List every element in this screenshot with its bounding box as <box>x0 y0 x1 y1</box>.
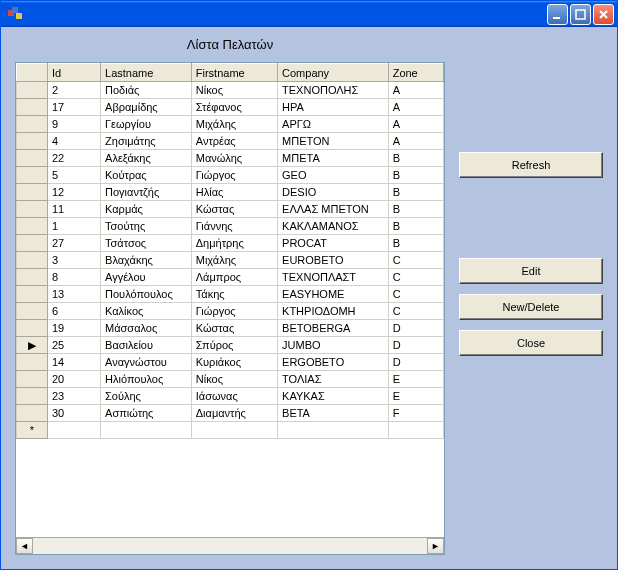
cell-lastname[interactable]: Αβραμίδης <box>101 99 192 116</box>
cell-zone[interactable]: C <box>388 286 443 303</box>
row-selector[interactable] <box>17 184 48 201</box>
table-row[interactable]: 12ΠογιαντζήςΗλίαςDESIOB <box>17 184 444 201</box>
cell-zone[interactable]: A <box>388 116 443 133</box>
table-row[interactable]: 23ΣούληςΙάσωναςΚΑΥΚΑΣE <box>17 388 444 405</box>
row-selector[interactable] <box>17 320 48 337</box>
cell-lastname[interactable]: Αναγνώστου <box>101 354 192 371</box>
cell-id[interactable]: 4 <box>47 133 100 150</box>
cell-zone[interactable]: A <box>388 133 443 150</box>
cell-firstname[interactable]: Νίκος <box>191 371 277 388</box>
cell-firstname[interactable]: Γιώργος <box>191 167 277 184</box>
cell-company[interactable]: ΤΕΧΝΟΠΛΑΣΤ <box>278 269 389 286</box>
cell-id[interactable]: 30 <box>47 405 100 422</box>
cell-firstname[interactable]: Κώστας <box>191 320 277 337</box>
cell-id[interactable]: 13 <box>47 286 100 303</box>
new-row[interactable]: * <box>17 422 444 439</box>
cell-lastname[interactable]: Αγγέλου <box>101 269 192 286</box>
cell-company[interactable]: ΜΠΕΤΑ <box>278 150 389 167</box>
cell-firstname[interactable]: Σπύρος <box>191 337 277 354</box>
titlebar[interactable] <box>1 1 617 27</box>
table-row[interactable]: 20ΗλιόπουλοςΝίκοςΤΟΛΙΑΣE <box>17 371 444 388</box>
scroll-left-button[interactable]: ◄ <box>16 538 33 554</box>
row-selector[interactable] <box>17 116 48 133</box>
table-row[interactable]: 4ΖησιμάτηςΑντρέαςΜΠΕΤΟΝA <box>17 133 444 150</box>
cell-zone[interactable]: C <box>388 252 443 269</box>
table-row[interactable]: ▶25ΒασιλείουΣπύροςJUMBOD <box>17 337 444 354</box>
row-selector[interactable] <box>17 388 48 405</box>
cell-lastname[interactable]: Βασιλείου <box>101 337 192 354</box>
close-button[interactable] <box>593 4 614 25</box>
cell-firstname[interactable]: Γιώργος <box>191 303 277 320</box>
row-selector[interactable] <box>17 235 48 252</box>
data-grid[interactable]: Id Lastname Firstname Company Zone 2Ποδι… <box>15 62 445 555</box>
scroll-track[interactable] <box>33 538 427 554</box>
maximize-button[interactable] <box>570 4 591 25</box>
cell-company[interactable]: EUROBETO <box>278 252 389 269</box>
table-row[interactable]: 6ΚαλίκοςΓιώργοςΚΤΗΡΙΟΔΟΜΗC <box>17 303 444 320</box>
row-selector-header[interactable] <box>17 64 48 82</box>
cell-zone[interactable]: B <box>388 184 443 201</box>
cell-id[interactable]: 1 <box>47 218 100 235</box>
row-selector[interactable] <box>17 371 48 388</box>
cell-company[interactable]: ΕΛΛΑΣ ΜΠΕΤΟΝ <box>278 201 389 218</box>
cell-zone[interactable]: B <box>388 167 443 184</box>
cell-lastname[interactable]: Βλαχάκης <box>101 252 192 269</box>
cell-id[interactable]: 17 <box>47 99 100 116</box>
cell-firstname[interactable]: Μιχάλης <box>191 116 277 133</box>
cell-company[interactable]: PROCAT <box>278 235 389 252</box>
cell-company[interactable]: JUMBO <box>278 337 389 354</box>
row-selector[interactable]: ▶ <box>17 337 48 354</box>
col-zone[interactable]: Zone <box>388 64 443 82</box>
cell-zone[interactable]: F <box>388 405 443 422</box>
cell-company[interactable]: BETA <box>278 405 389 422</box>
cell-firstname[interactable]: Ιάσωνας <box>191 388 277 405</box>
cell-zone[interactable]: A <box>388 82 443 99</box>
table-row[interactable]: 30ΑσπιώτηςΔιαμαντήςBETAF <box>17 405 444 422</box>
cell-zone[interactable]: B <box>388 201 443 218</box>
cell-company[interactable]: GEO <box>278 167 389 184</box>
row-selector[interactable] <box>17 133 48 150</box>
col-id[interactable]: Id <box>47 64 100 82</box>
cell-lastname[interactable]: Ποδιάς <box>101 82 192 99</box>
table-row[interactable]: 27ΤσάτσοςΔημήτρηςPROCATB <box>17 235 444 252</box>
cell-zone[interactable]: B <box>388 218 443 235</box>
cell-lastname[interactable]: Τσούτης <box>101 218 192 235</box>
cell-lastname[interactable]: Μάσσαλος <box>101 320 192 337</box>
cell-firstname[interactable]: Ηλίας <box>191 184 277 201</box>
cell-id[interactable]: 12 <box>47 184 100 201</box>
empty-cell[interactable] <box>191 422 277 439</box>
cell-zone[interactable]: C <box>388 303 443 320</box>
cell-lastname[interactable]: Ζησιμάτης <box>101 133 192 150</box>
table-row[interactable]: 14ΑναγνώστουΚυριάκοςERGOBETOD <box>17 354 444 371</box>
row-selector[interactable] <box>17 269 48 286</box>
cell-id[interactable]: 2 <box>47 82 100 99</box>
cell-zone[interactable]: D <box>388 320 443 337</box>
refresh-button[interactable]: Refresh <box>459 152 603 178</box>
cell-zone[interactable]: D <box>388 337 443 354</box>
row-selector[interactable] <box>17 405 48 422</box>
col-firstname[interactable]: Firstname <box>191 64 277 82</box>
cell-id[interactable]: 14 <box>47 354 100 371</box>
cell-firstname[interactable]: Μιχάλης <box>191 252 277 269</box>
cell-firstname[interactable]: Δημήτρης <box>191 235 277 252</box>
cell-lastname[interactable]: Καρμάς <box>101 201 192 218</box>
cell-lastname[interactable]: Γεωργίου <box>101 116 192 133</box>
cell-company[interactable]: BETOBERGA <box>278 320 389 337</box>
cell-zone[interactable]: A <box>388 99 443 116</box>
cell-id[interactable]: 25 <box>47 337 100 354</box>
cell-zone[interactable]: E <box>388 388 443 405</box>
row-selector[interactable] <box>17 303 48 320</box>
cell-zone[interactable]: B <box>388 150 443 167</box>
scroll-right-button[interactable]: ► <box>427 538 444 554</box>
row-selector[interactable] <box>17 150 48 167</box>
col-company[interactable]: Company <box>278 64 389 82</box>
row-selector[interactable] <box>17 354 48 371</box>
cell-firstname[interactable]: Κώστας <box>191 201 277 218</box>
table-row[interactable]: 17ΑβραμίδηςΣτέφανοςΗΡΑA <box>17 99 444 116</box>
minimize-button[interactable] <box>547 4 568 25</box>
horizontal-scrollbar[interactable]: ◄ ► <box>16 537 444 554</box>
close-form-button[interactable]: Close <box>459 330 603 356</box>
cell-company[interactable]: ΚΑΚΛΑΜΑΝΟΣ <box>278 218 389 235</box>
cell-firstname[interactable]: Διαμαντής <box>191 405 277 422</box>
row-selector[interactable] <box>17 252 48 269</box>
